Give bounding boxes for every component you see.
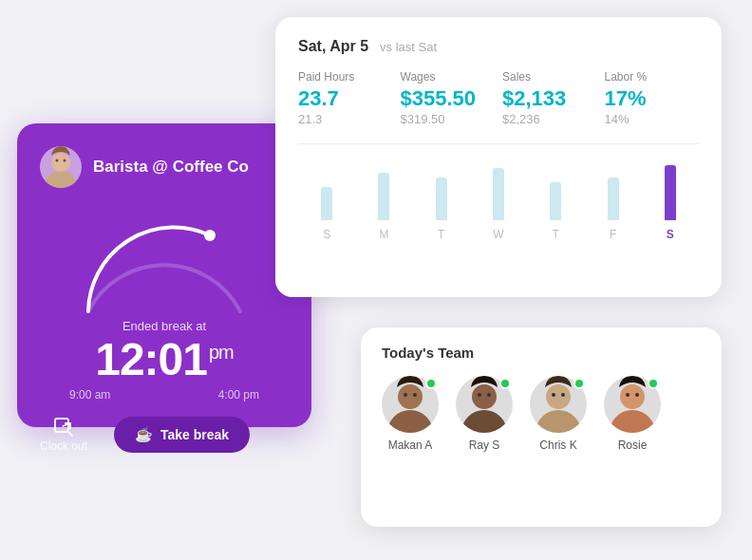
svg-point-10: [404, 393, 407, 397]
chart-day-label-S: S: [323, 228, 330, 241]
svg-point-11: [413, 393, 417, 397]
clock-arc: [69, 207, 259, 321]
svg-point-4: [204, 230, 216, 241]
chart-day-label-M: M: [379, 228, 388, 241]
chart-bar-W: [493, 168, 504, 220]
chart-area: SMTWTFS: [298, 146, 699, 241]
team-member: Chris K: [530, 376, 587, 452]
member-avatar-wrap: [530, 376, 587, 433]
member-avatar-wrap: [604, 376, 661, 433]
svg-point-17: [546, 384, 571, 409]
svg-point-8: [387, 410, 433, 433]
member-avatar-wrap: [382, 376, 439, 433]
chart-bar-M: [378, 173, 389, 220]
stats-metrics: Paid Hours 23.7 21.3 Wages $355.50 $319.…: [298, 70, 699, 126]
svg-point-13: [472, 384, 497, 409]
metric-paid-hours: Paid Hours 23.7 21.3: [298, 70, 393, 126]
metric-labor: Labor % 17% 14%: [605, 70, 700, 126]
stats-header: Sat, Apr 5 vs last Sat: [298, 38, 699, 55]
chart-bar-T: [550, 182, 561, 220]
metric-sales-secondary: $2,236: [502, 112, 597, 126]
online-dot: [573, 378, 585, 389]
metric-labor-label: Labor %: [605, 70, 700, 84]
metric-sales-label: Sales: [502, 70, 597, 84]
chart-bar-S: [665, 165, 676, 220]
clock-range-start: 9:00 am: [69, 388, 110, 401]
clock-out-button[interactable]: Clock out: [40, 417, 87, 453]
clock-out-label: Clock out: [40, 439, 87, 453]
team-card: Today's Team Makan A Ray S Chris K Rosie: [361, 327, 722, 527]
metric-paid-hours-secondary: 21.3: [298, 112, 393, 126]
metric-labor-secondary: 14%: [605, 112, 700, 126]
chart-day-label-T: T: [553, 228, 559, 241]
chart-bars: SMTWTFS: [298, 165, 699, 241]
team-members: Makan A Ray S Chris K Rosie: [382, 376, 701, 452]
chart-day-label-F: F: [610, 228, 616, 241]
ended-break-label: Ended break at: [122, 319, 206, 333]
chart-bar-F: [608, 177, 619, 220]
svg-point-1: [51, 153, 70, 172]
clock-out-icon: [53, 417, 74, 438]
svg-point-22: [626, 393, 630, 397]
chart-day-label-T: T: [438, 228, 444, 241]
clock-range-end: 4:00 pm: [218, 388, 259, 401]
member-name: Chris K: [539, 439, 576, 452]
clock-card: Barista @ Coffee Co Ended break at 12:01…: [17, 123, 311, 427]
svg-point-0: [44, 171, 78, 188]
clock-time-display: 12:01pm: [95, 337, 234, 383]
member-name: Rosie: [618, 439, 648, 452]
svg-point-21: [620, 384, 645, 409]
team-title: Today's Team: [382, 345, 701, 361]
online-dot: [648, 378, 659, 389]
online-dot: [425, 378, 437, 389]
coffee-icon: ☕: [135, 426, 153, 443]
metric-paid-hours-primary: 23.7: [298, 87, 393, 110]
stats-card: Sat, Apr 5 vs last Sat Paid Hours 23.7 2…: [275, 17, 722, 297]
chart-col-W: W: [470, 165, 527, 241]
svg-point-16: [536, 410, 581, 433]
clock-actions: Clock out ☕ Take break: [40, 417, 289, 453]
svg-point-2: [56, 159, 59, 162]
chart-col-M: M: [355, 165, 412, 241]
svg-point-14: [478, 393, 481, 397]
svg-point-15: [487, 393, 491, 397]
chart-bar-T: [436, 177, 447, 220]
metric-labor-primary: 17%: [605, 87, 700, 110]
svg-point-20: [610, 410, 655, 433]
metric-wages-primary: $355.50: [401, 87, 496, 110]
chart-col-S: S: [298, 165, 355, 241]
clock-user-row: Barista @ Coffee Co: [40, 146, 289, 188]
member-name: Makan A: [388, 439, 433, 452]
metric-sales: Sales $2,133 $2,236: [502, 70, 597, 126]
svg-point-12: [461, 410, 507, 433]
chart-col-T: T: [527, 165, 584, 241]
member-name: Ray S: [469, 439, 500, 452]
clock-username: Barista @ Coffee Co: [93, 158, 249, 177]
chart-divider: [298, 143, 699, 144]
member-avatar-wrap: [456, 376, 513, 433]
metric-paid-hours-label: Paid Hours: [298, 70, 393, 84]
svg-point-19: [561, 393, 565, 397]
svg-point-9: [398, 384, 423, 409]
stats-date: Sat, Apr 5: [298, 38, 368, 55]
stats-vs-label: vs last Sat: [380, 40, 437, 54]
chart-col-F: F: [584, 165, 641, 241]
team-member: Ray S: [456, 376, 513, 452]
chart-col-S: S: [642, 165, 699, 241]
team-member: Makan A: [382, 376, 439, 452]
chart-bar-S: [321, 187, 332, 220]
svg-point-23: [635, 393, 639, 397]
metric-sales-primary: $2,133: [502, 87, 597, 110]
metric-wages-label: Wages: [401, 70, 496, 84]
svg-point-3: [64, 159, 66, 162]
online-dot: [499, 378, 511, 389]
clock-dial-area: Ended break at 12:01pm 9:00 am 4:00 pm: [40, 207, 289, 401]
take-break-button[interactable]: ☕ Take break: [114, 417, 250, 453]
chart-day-label-W: W: [493, 228, 503, 241]
metric-wages: Wages $355.50 $319.50: [401, 70, 496, 126]
chart-day-label-S: S: [667, 228, 674, 241]
chart-col-T: T: [413, 165, 470, 241]
metric-wages-secondary: $319.50: [401, 112, 496, 126]
team-member: Rosie: [604, 376, 661, 452]
svg-line-6: [68, 432, 72, 436]
